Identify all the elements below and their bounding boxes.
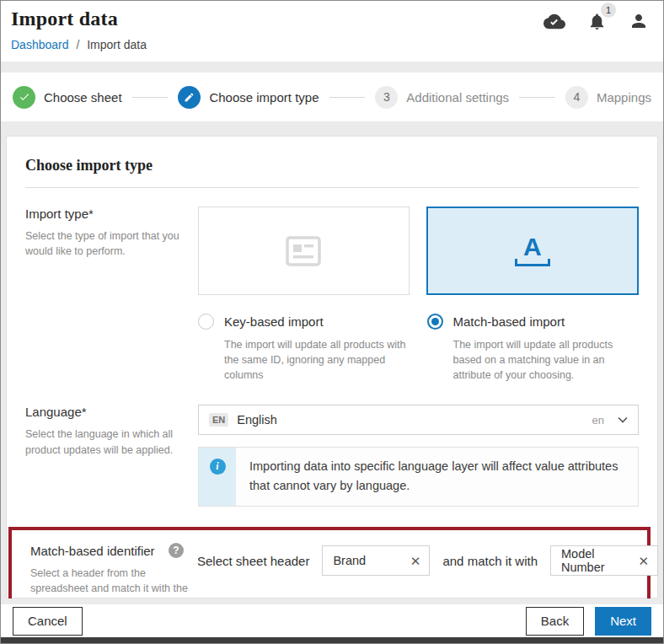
match-based-import-option: Match-based import The import will updat…: [427, 314, 640, 383]
info-strip: i: [199, 448, 236, 506]
step-mappings[interactable]: 4 Mappings: [565, 86, 651, 109]
step-choose-import-type[interactable]: Choose import type: [178, 86, 319, 109]
language-code-badge: EN: [209, 413, 228, 427]
key-based-import-option: Key-based import The import will update …: [198, 314, 410, 383]
info-icon: i: [210, 459, 226, 475]
import-type-label: Import type*: [25, 207, 188, 221]
match-attribute-value-box[interactable]: Model Number ✕: [550, 545, 658, 576]
language-selected-value: English: [237, 413, 583, 427]
help-icon[interactable]: ?: [169, 543, 184, 558]
user-profile-icon[interactable]: [628, 10, 650, 32]
header-divider-band: [1, 62, 663, 72]
wizard-stepper: Choose sheet Choose import type 3 Additi…: [1, 72, 663, 121]
match-based-identifier-section: Match-based identifier ? Select a header…: [8, 527, 651, 598]
match-based-import-tile[interactable]: A: [426, 207, 640, 295]
identifier-label-col: Match-based identifier ? Select a header…: [30, 543, 197, 598]
step-additional-settings[interactable]: 3 Additional settings: [375, 86, 509, 109]
step-label: Choose import type: [209, 90, 319, 105]
import-type-field-col: A Key-based import The import will updat…: [198, 207, 639, 383]
step-number: 4: [565, 86, 588, 109]
radio-label: Key-based import: [224, 314, 324, 329]
match-attribute-value: Model Number: [561, 547, 629, 574]
language-label-col: Language* Select the language in which a…: [25, 405, 198, 457]
import-type-row: Import type* Select the type of import t…: [25, 207, 639, 383]
cloud-sync-icon[interactable]: [544, 10, 565, 32]
clear-match-attribute-icon[interactable]: ✕: [638, 555, 649, 567]
step-connector: [329, 97, 366, 98]
step-label: Mappings: [597, 90, 651, 105]
step-label: Additional settings: [406, 90, 509, 105]
card-heading: Choose import type: [25, 157, 639, 174]
key-based-radio[interactable]: Key-based import: [198, 314, 410, 330]
radio-unchecked-icon[interactable]: [198, 314, 214, 330]
step-complete-check-icon: [13, 86, 35, 109]
match-with-label: and match it with: [442, 554, 538, 568]
card-heading-divider: [25, 187, 639, 188]
breadcrumb-separator: /: [76, 38, 79, 51]
identifier-label: Match-based identifier: [30, 544, 155, 558]
match-based-attribute-icon: A: [515, 236, 550, 266]
import-type-label-col: Import type* Select the type of import t…: [25, 207, 198, 259]
cancel-button[interactable]: Cancel: [13, 607, 83, 636]
step-label: Choose sheet: [44, 90, 122, 105]
sheet-header-value-box[interactable]: Brand ✕: [322, 545, 430, 576]
language-row: Language* Select the language in which a…: [25, 405, 639, 507]
step-choose-sheet[interactable]: Choose sheet: [13, 86, 122, 109]
radio-checked-icon[interactable]: [427, 314, 443, 330]
import-type-radio-row: Key-based import The import will update …: [198, 314, 639, 383]
footer-divider-band: [1, 598, 663, 604]
clear-sheet-header-icon[interactable]: ✕: [410, 555, 421, 567]
key-based-card-icon: [284, 233, 323, 269]
language-select[interactable]: EN English en: [198, 405, 639, 435]
notifications-bell-icon[interactable]: 1: [586, 10, 608, 32]
content-area: Choose import type Import type* Select t…: [1, 121, 663, 598]
match-based-radio[interactable]: Match-based import: [427, 314, 640, 330]
chevron-down-icon: [618, 416, 628, 423]
import-type-description: Select the type of import that you would…: [25, 228, 188, 259]
import-type-tiles: A: [198, 207, 639, 295]
attribute-underline-bracket: [515, 259, 550, 266]
language-label: Language*: [25, 405, 188, 419]
identifier-fields: Select sheet header Brand ✕ and match it…: [197, 545, 658, 576]
step-connector: [132, 97, 169, 98]
wizard-footer: Cancel Back Next: [1, 604, 663, 637]
identifier-label-row: Match-based identifier ?: [30, 543, 189, 558]
header-icons: 1: [544, 10, 650, 32]
radio-dot: [431, 318, 439, 325]
language-code-text: en: [592, 414, 604, 427]
step-current-pencil-icon: [178, 86, 201, 109]
identifier-description: Select a header from the spreadsheet and…: [30, 566, 189, 598]
import-data-window: Import data 1 Dashboard / Import data: [0, 0, 664, 644]
back-button[interactable]: Back: [526, 607, 584, 636]
sheet-header-label: Select sheet header: [197, 554, 309, 568]
info-message: Importing data into specific language la…: [236, 448, 638, 506]
bottom-taskbar: [1, 637, 663, 643]
radio-description: The import will update all products with…: [224, 337, 410, 383]
breadcrumb-current: Import data: [87, 38, 147, 51]
language-description: Select the language in which all product…: [25, 427, 188, 457]
breadcrumb-dashboard-link[interactable]: Dashboard: [11, 38, 69, 51]
key-based-import-tile[interactable]: [198, 207, 410, 295]
step-connector: [519, 97, 555, 98]
notifications-count-badge: 1: [601, 3, 616, 18]
language-info-box: i Importing data into specific language …: [198, 447, 639, 507]
next-button[interactable]: Next: [595, 607, 651, 636]
radio-label: Match-based import: [453, 314, 565, 329]
step-number: 3: [375, 86, 398, 109]
language-field-col: EN English en i Importing data into spec…: [198, 405, 639, 507]
breadcrumb: Dashboard / Import data: [11, 38, 651, 51]
app-header: Import data 1 Dashboard / Import data: [1, 1, 663, 62]
radio-description: The import will update all products base…: [453, 337, 640, 383]
sheet-header-value: Brand: [333, 554, 366, 567]
attribute-a-glyph: A: [523, 236, 542, 258]
choose-import-type-card: Choose import type Import type* Select t…: [6, 136, 658, 598]
